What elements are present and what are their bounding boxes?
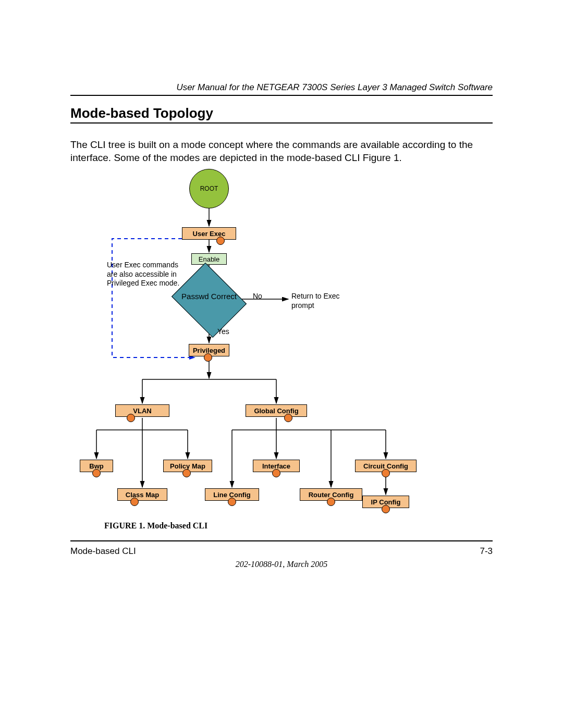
node-enable: Enable xyxy=(191,253,227,265)
body-paragraph: The CLI tree is built on a mode concept … xyxy=(70,139,493,164)
dot-icon xyxy=(127,414,135,422)
note-right: Return to Exec prompt xyxy=(291,292,354,310)
label-no: No xyxy=(253,292,262,300)
note-left: User Exec commands are also accessible i… xyxy=(107,261,185,288)
node-user-exec: User Exec xyxy=(182,227,236,240)
dot-icon xyxy=(228,498,236,506)
dot-icon xyxy=(130,498,139,506)
dot-icon xyxy=(92,469,101,477)
dot-icon xyxy=(216,237,225,245)
node-class-map: Class Map xyxy=(117,488,167,501)
dot-icon xyxy=(204,353,212,362)
divider xyxy=(70,122,493,124)
arrows-layer xyxy=(70,167,493,511)
label-yes: Yes xyxy=(217,327,229,336)
root-label: ROOT xyxy=(200,185,218,192)
footer-left: Mode-based CLI xyxy=(70,546,136,557)
decision-label: Passwd Correct xyxy=(180,292,238,301)
dot-icon xyxy=(327,498,335,506)
dot-icon xyxy=(382,469,390,477)
dot-icon xyxy=(182,469,191,477)
node-vlan: VLAN xyxy=(115,404,169,417)
divider xyxy=(70,95,493,96)
dot-icon xyxy=(382,505,390,513)
figure-caption: FIGURE 1. Mode-based CLI xyxy=(104,521,207,530)
dot-icon xyxy=(284,414,292,422)
node-global-config: Global Config xyxy=(246,404,307,417)
footer-right: 7-3 xyxy=(480,546,493,557)
dot-icon xyxy=(272,469,280,477)
divider xyxy=(70,540,493,541)
footer-center: 202-10088-01, March 2005 xyxy=(0,560,563,569)
flowchart-diagram: ROOT User Exec Enable Passwd Correct No … xyxy=(70,167,493,511)
document-header: User Manual for the NETGEAR 7300S Series… xyxy=(176,82,493,93)
section-title: Mode-based Topology xyxy=(70,105,213,121)
root-node: ROOT xyxy=(189,169,229,208)
